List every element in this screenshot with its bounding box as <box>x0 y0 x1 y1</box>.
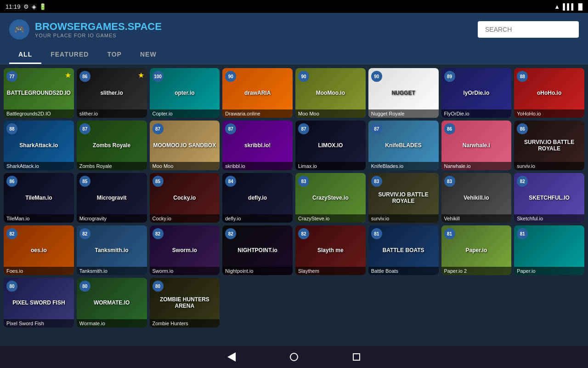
score-badge: 86 <box>6 176 17 187</box>
game-card[interactable]: Paper.io 81 Paper.io 2 <box>441 225 512 275</box>
score-badge: 81 <box>371 228 382 239</box>
game-card[interactable]: Vehikill.io 83 Vehikill <box>441 173 512 223</box>
logo-text: BROWSERGAMES.SPACE YOUR PLACE FOR IO GAM… <box>35 21 162 38</box>
game-title: Zombie Hunters <box>150 319 220 328</box>
recent-icon <box>353 353 360 361</box>
star-icon: ★ <box>138 71 144 80</box>
game-title: skribbl.io <box>222 162 293 170</box>
status-left: 11:19 ⚙ ◈ 🔋 <box>6 3 46 10</box>
game-card[interactable]: NIGHTPOINT.io 82 Nightpoint.io <box>222 225 293 275</box>
game-card[interactable]: Cocky.io 85 Cocky.io <box>150 173 220 223</box>
score-badge: 100 <box>153 71 164 82</box>
game-title: Paper.io <box>514 267 584 275</box>
score-badge: 83 <box>444 176 455 187</box>
score-badge: 86 <box>444 123 455 134</box>
game-card[interactable]: NUGGET 90 Nugget Royale <box>368 68 439 118</box>
score-badge: 87 <box>298 123 309 134</box>
game-card[interactable]: BATTLE BOATS 81 Battle Boats <box>368 225 439 275</box>
game-title: surviv.io <box>368 214 439 223</box>
game-card[interactable]: lyOrDie.io 89 FlyOrDie.io <box>441 68 512 118</box>
game-card[interactable]: slither.io 86 ★ slither.io <box>77 68 147 118</box>
game-card[interactable]: SURVIV.IO BATTLE ROYALE 86 surviv.io <box>514 121 584 170</box>
game-title: Vehikill <box>441 214 512 223</box>
game-card[interactable]: MOOMOO.IO SANDBOX 87 Moo Moo <box>150 121 220 170</box>
game-title: Tanksmith.io <box>77 267 147 275</box>
game-card[interactable]: 81 Paper.io <box>514 225 584 275</box>
game-title: Sworm.io <box>150 267 220 275</box>
game-card[interactable]: KnifeBLADES 87 KnifeBlades.io <box>368 121 439 170</box>
search-input[interactable] <box>478 21 579 38</box>
game-card[interactable]: Microgravit 85 Microgravity <box>77 173 147 223</box>
game-card[interactable]: SURVIV.IO BATTLE ROYALE 83 surviv.io <box>368 173 439 223</box>
game-title: SharkAttack.io <box>4 162 74 170</box>
game-title: Sketchful.io <box>514 214 584 223</box>
signal-icon: ▌▌▌ <box>563 3 576 10</box>
game-card[interactable]: drawARIA 90 Drawaria.online <box>222 68 293 118</box>
home-icon <box>290 353 298 361</box>
back-icon <box>227 352 236 362</box>
score-badge: 82 <box>79 228 90 239</box>
game-title: Moo Moo <box>295 109 366 118</box>
game-card[interactable]: oes.io 82 Foes.io <box>4 225 74 275</box>
game-title: slither.io <box>77 109 147 118</box>
game-title: Foes.io <box>4 267 74 275</box>
game-card[interactable]: SharkAttack.io 88 SharkAttack.io <box>4 121 74 170</box>
game-card[interactable]: Tanksmith.io 82 Tanksmith.io <box>77 225 147 275</box>
game-title: Cocky.io <box>150 214 220 223</box>
game-card[interactable]: ZOMBIE HUNTERS ARENA 80 Zombie Hunters <box>150 278 220 328</box>
game-card[interactable]: WORMATE.IO 80 Wormate.io <box>77 278 147 328</box>
score-badge: 83 <box>298 176 309 187</box>
logo-icon: 🎮 <box>9 19 29 40</box>
score-badge: 90 <box>298 71 309 82</box>
game-card[interactable]: MooMoo.io 90 Moo Moo <box>295 68 366 118</box>
game-card[interactable]: oHoHo.io 88 YoHoHo.io <box>514 68 584 118</box>
score-badge: 85 <box>153 176 164 187</box>
score-badge: 82 <box>298 228 309 239</box>
game-title: Pixel Sword Fish <box>4 319 74 328</box>
tab-new[interactable]: NEW <box>131 46 166 64</box>
game-title: Wormate.io <box>77 319 147 328</box>
score-badge: 83 <box>371 176 382 187</box>
game-card[interactable]: skribbl.io! 87 skribbl.io <box>222 121 293 170</box>
nav-tabs: ALL FEATURED TOP NEW <box>0 46 588 64</box>
battery-level-icon: █ <box>578 3 582 10</box>
game-title: TileMan.io <box>4 214 74 223</box>
score-badge: 87 <box>153 123 164 134</box>
score-badge: 77 <box>6 71 17 82</box>
game-card[interactable]: CrazySteve.io 83 CrazySteve.io <box>295 173 366 223</box>
header: 🎮 BROWSERGAMES.SPACE YOUR PLACE FOR IO G… <box>0 13 588 46</box>
score-badge: 88 <box>6 123 17 134</box>
game-card[interactable]: Narwhale.i 86 Narwhale.io <box>441 121 512 170</box>
star-icon: ★ <box>65 71 71 80</box>
game-card[interactable]: defly.io 84 defly.io <box>222 173 293 223</box>
score-badge: 90 <box>371 71 382 82</box>
game-title: Nightpoint.io <box>222 267 293 275</box>
score-badge: 87 <box>371 123 382 134</box>
game-title: surviv.io <box>514 162 584 170</box>
game-card[interactable]: SKETCHFUL.IO 82 Sketchful.io <box>514 173 584 223</box>
score-badge: 81 <box>444 228 455 239</box>
tab-top[interactable]: TOP <box>98 46 131 64</box>
game-title: Paper.io 2 <box>441 267 512 275</box>
games-grid: BATTLEGROUNDS2D.IO 77 ★ Battlegrounds2D.… <box>0 64 588 331</box>
recent-button[interactable] <box>348 349 365 365</box>
game-card[interactable]: LIMOX.IO 87 Limax.io <box>295 121 366 170</box>
game-title: defly.io <box>222 214 293 223</box>
tab-all[interactable]: ALL <box>9 46 41 64</box>
game-card[interactable]: Slayth me 82 Slaythem <box>295 225 366 275</box>
game-card[interactable]: Sworm.io 82 Sworm.io <box>150 225 220 275</box>
game-card[interactable]: PIXEL SWORD FISH 80 Pixel Sword Fish <box>4 278 74 328</box>
home-button[interactable] <box>286 349 302 365</box>
game-card[interactable]: opter.io 100 Copter.io <box>150 68 220 118</box>
game-card[interactable]: Zombs Royale 87 Zombs Royale <box>77 121 147 170</box>
game-title: CrazySteve.io <box>295 214 366 223</box>
score-badge: 82 <box>6 228 17 239</box>
tab-featured[interactable]: FEATURED <box>41 46 98 64</box>
game-title: Slaythem <box>295 267 366 275</box>
status-right: ▲ ▌▌▌ █ <box>554 3 582 10</box>
game-card[interactable]: TileMan.io 86 TileMan.io <box>4 173 74 223</box>
bottom-nav <box>0 346 588 368</box>
back-button[interactable] <box>223 349 240 365</box>
game-card[interactable]: BATTLEGROUNDS2D.IO 77 ★ Battlegrounds2D.… <box>4 68 74 118</box>
time-display: 11:19 <box>6 3 21 10</box>
